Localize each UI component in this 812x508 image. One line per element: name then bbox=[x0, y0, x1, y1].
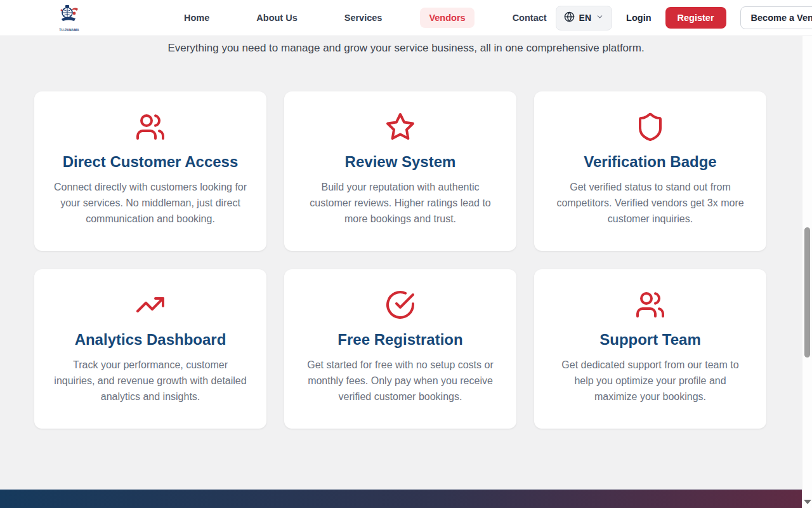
check-circle-icon bbox=[301, 290, 500, 320]
feature-description: Get started for free with no setup costs… bbox=[301, 357, 500, 404]
become-vendor-button[interactable]: Become a Vendor bbox=[740, 6, 812, 29]
language-selector[interactable]: EN bbox=[556, 6, 612, 30]
chevron-down-icon bbox=[596, 12, 604, 23]
feature-title: Support Team bbox=[551, 331, 750, 349]
feature-description: Build your reputation with authentic cus… bbox=[301, 179, 500, 227]
features-grid: Direct Customer Access Connect directly … bbox=[34, 91, 766, 429]
feature-card-support-team: Support Team Get dedicated support from … bbox=[534, 269, 766, 429]
feature-title: Review System bbox=[301, 153, 500, 171]
feature-title: Free Registration bbox=[301, 331, 500, 349]
nav-item-about-us[interactable]: About Us bbox=[247, 8, 306, 28]
feature-card-direct-customer-access: Direct Customer Access Connect directly … bbox=[34, 91, 266, 251]
nav-item-vendors[interactable]: Vendors bbox=[420, 8, 474, 28]
language-code: EN bbox=[579, 13, 591, 23]
feature-description: Connect directly with customers looking … bbox=[51, 179, 250, 227]
trending-up-icon bbox=[51, 290, 250, 320]
feature-card-analytics-dashboard: Analytics Dashboard Track your performan… bbox=[34, 269, 266, 429]
nav-item-home[interactable]: Home bbox=[175, 8, 218, 28]
scroll-down-arrow[interactable] bbox=[804, 500, 811, 504]
header: TU-PANAMA Home About Us Services Vendors… bbox=[0, 0, 812, 36]
section-subtitle: Everything you need to manage and grow y… bbox=[0, 42, 812, 55]
login-link[interactable]: Login bbox=[626, 13, 651, 23]
users-icon bbox=[551, 290, 750, 320]
feature-card-review-system: Review System Build your reputation with… bbox=[284, 91, 516, 251]
feature-title: Verification Badge bbox=[551, 153, 750, 171]
nav-item-contact[interactable]: Contact bbox=[504, 8, 556, 28]
feature-description: Get dedicated support from our team to h… bbox=[551, 357, 750, 404]
feature-card-verification-badge: Verification Badge Get verified status t… bbox=[534, 91, 766, 251]
main-nav: Home About Us Services Vendors Contact bbox=[175, 8, 556, 28]
shield-icon bbox=[551, 112, 750, 142]
site-logo[interactable]: TU-PANAMA bbox=[58, 4, 80, 32]
feature-card-free-registration: Free Registration Get started for free w… bbox=[284, 269, 516, 429]
nav-item-services[interactable]: Services bbox=[336, 8, 391, 28]
feature-description: Get verified status to stand out from co… bbox=[551, 179, 750, 227]
scrollbar[interactable] bbox=[802, 0, 812, 508]
scrollbar-thumb[interactable] bbox=[804, 227, 810, 358]
register-button[interactable]: Register bbox=[665, 7, 726, 29]
globe-icon bbox=[564, 11, 575, 25]
footer-gradient-bar bbox=[0, 489, 802, 508]
header-actions: EN Login Register Become a Vendor bbox=[556, 6, 812, 30]
feature-description: Track your performance, customer inquiri… bbox=[51, 357, 250, 404]
feature-title: Analytics Dashboard bbox=[51, 331, 250, 349]
feature-title: Direct Customer Access bbox=[51, 153, 250, 171]
section-intro: Everything you need to manage and grow y… bbox=[0, 36, 812, 55]
crest-logo-icon bbox=[58, 4, 80, 27]
users-icon bbox=[51, 112, 250, 142]
star-icon bbox=[301, 112, 500, 142]
logo-title: TU-PANAMA bbox=[59, 28, 79, 32]
